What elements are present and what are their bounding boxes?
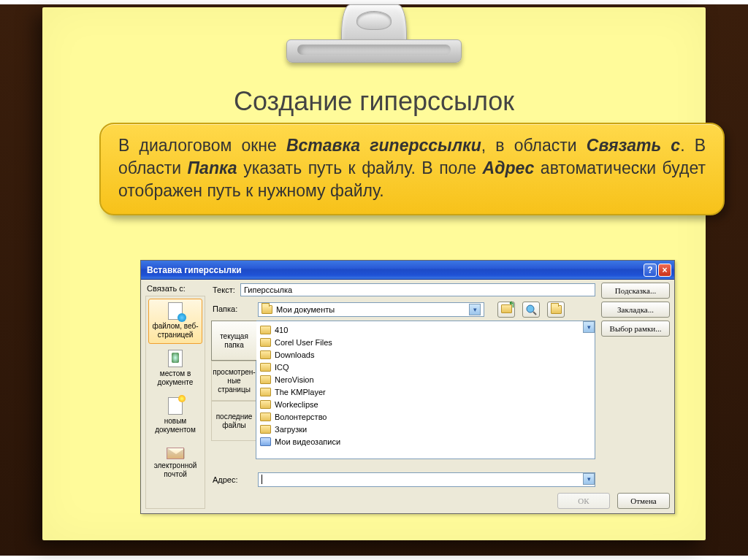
dialog-title: Вставка гиперссылки [147, 265, 242, 275]
slide-title: Создание гиперссылок [42, 86, 706, 117]
folder-dropdown[interactable]: Мои документы ▾ [258, 302, 484, 317]
ok-button: ОК [557, 493, 610, 509]
up-folder-icon: ↰ [501, 304, 512, 315]
chevron-down-icon[interactable]: ▾ [583, 473, 595, 485]
folder-icon [260, 425, 271, 434]
insert-hyperlink-dialog: Вставка гиперссылки ? × Связать с: файло… [140, 260, 675, 514]
globe-magnify-icon [525, 304, 537, 315]
page-globe-icon [168, 302, 183, 320]
target-frame-button[interactable]: Выбор рамки... [601, 321, 670, 337]
list-item[interactable]: Мои видеозаписи [259, 435, 592, 448]
clipboard-clip [286, 4, 462, 63]
screentip-button[interactable]: Подсказка... [601, 283, 670, 299]
browse-web-button[interactable] [522, 302, 540, 318]
folder-search-icon [551, 305, 562, 314]
list-item[interactable]: Загрузки [259, 423, 592, 435]
display-text-input[interactable]: Гиперссылка [240, 283, 595, 296]
folder-value: Мои документы [276, 305, 335, 314]
linkto-file-web[interactable]: файлом, веб-страницей [148, 299, 202, 344]
list-item[interactable]: Corel User Files [259, 336, 592, 348]
folder-icon [260, 400, 271, 409]
tab-current-folder[interactable]: текущая папка [211, 321, 256, 361]
svg-line-1 [533, 312, 536, 315]
linkto-newdoc[interactable]: новым документом [148, 394, 202, 439]
chevron-down-icon[interactable]: ▾ [469, 304, 481, 315]
linkto-email[interactable]: электронной почтой [148, 441, 202, 483]
list-item[interactable]: The KMPlayer [259, 386, 592, 398]
help-button[interactable]: ? [644, 264, 657, 277]
linkto-column: файлом, веб-страницей местом в документе… [145, 296, 205, 509]
browse-file-button[interactable] [547, 302, 565, 318]
list-item[interactable]: 410 [259, 323, 592, 336]
linkto-place[interactable]: местом в документе [148, 346, 202, 391]
file-list[interactable]: ▾ 410 Corel User Files Downloads ICQ Ner… [256, 321, 595, 459]
document-place-icon [168, 350, 183, 367]
bookmark-button[interactable]: Закладка... [601, 302, 670, 318]
text-label: Текст: [213, 285, 235, 294]
folder-icon [260, 350, 271, 359]
address-input[interactable]: ▾ [258, 472, 595, 487]
dialog-titlebar[interactable]: Вставка гиперссылки ? × [141, 261, 674, 280]
linkto-label: Связать с: [147, 284, 186, 293]
chevron-down-icon[interactable]: ▾ [583, 321, 595, 333]
close-button[interactable]: × [658, 264, 671, 277]
list-item[interactable]: Workeclipse [259, 398, 592, 410]
cancel-button[interactable]: Отмена [617, 493, 670, 509]
list-item[interactable]: Волонтерство [259, 410, 592, 423]
browse-tabs: текущая папка просмотрен-ные страницы по… [211, 321, 256, 484]
folder-icon [260, 363, 271, 372]
up-folder-button[interactable]: ↰ [497, 302, 515, 318]
folder-open-icon [262, 305, 272, 314]
envelope-icon [167, 448, 184, 459]
video-folder-icon [260, 437, 271, 446]
folder-label: Папка: [213, 304, 237, 313]
sticky-note: Создание гиперссылок В диалоговом окне В… [42, 7, 706, 540]
svg-point-0 [527, 305, 534, 312]
folder-icon [260, 388, 271, 396]
tab-recent-files[interactable]: последние файлы [211, 401, 256, 441]
folder-icon [260, 338, 271, 347]
list-item[interactable]: ICQ [259, 361, 592, 373]
folder-icon [260, 375, 271, 384]
folder-icon [260, 326, 271, 334]
folder-icon [260, 413, 271, 421]
description-callout: В диалоговом окне Вставка гиперссылки, в… [99, 123, 725, 215]
list-item[interactable]: NeroVision [259, 373, 592, 386]
new-document-icon [168, 397, 183, 415]
list-item[interactable]: Downloads [259, 348, 592, 361]
address-label: Адрес: [213, 475, 238, 484]
tab-browsed-pages[interactable]: просмотрен-ные страницы [211, 361, 256, 401]
